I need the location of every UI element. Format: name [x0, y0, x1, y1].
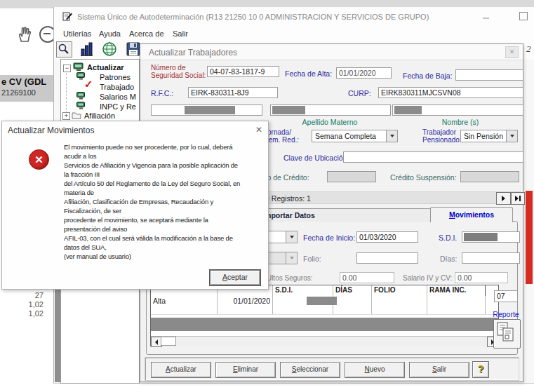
salario-ivcv-field[interactable]: 0.00: [455, 272, 508, 283]
grid-header-rama: RAMA INC.: [427, 285, 486, 296]
jornada-dropdown[interactable]: Semana Completa: [312, 130, 398, 142]
error-dialog: Actualizar Movimientos ✕ ✕ El movimiento…: [1, 121, 269, 290]
credito-suspension-field[interactable]: [460, 171, 519, 182]
nss-field[interactable]: 04-07-83-1817-9: [207, 66, 279, 77]
grid-header-dias: DÍAS: [333, 285, 372, 296]
reporte-button[interactable]: [493, 319, 521, 349]
clave-ubicacion-field[interactable]: [343, 151, 523, 163]
redaction-block: [272, 106, 305, 114]
menu-item-acerca-de[interactable]: Acerca de: [129, 29, 164, 38]
credito-suspension-label: Crédito Suspensión:: [390, 173, 457, 182]
fecha-alta-field[interactable]: 01/01/2020: [336, 67, 392, 79]
jornada-value: Semana Completa: [315, 132, 376, 140]
menu-item-salir[interactable]: Salir: [173, 29, 188, 38]
grid-cell-folio: [372, 296, 427, 306]
dropdown-arrow-icon[interactable]: [506, 130, 517, 142]
screenshot-root: e CV (GDL 21269100 27 1,02 1,02 Sistema …: [0, 0, 534, 392]
error-dialog-title: Actualizar Movimientos: [8, 126, 94, 135]
check-icon: ✓: [84, 78, 93, 90]
clave-ubicacion-label: Clave de Ubicación:: [283, 154, 349, 162]
minimize-button[interactable]: [483, 18, 489, 19]
redaction-block: [185, 106, 235, 114]
menu-item-utilerias[interactable]: Utilerías: [63, 29, 91, 38]
button-panel: Actualizar Eliminar Seleccionar Nuevo Sa…: [145, 357, 519, 381]
zoom-tool-button[interactable]: [56, 41, 72, 58]
tree-item-trabajadores[interactable]: Trabajado: [100, 83, 134, 91]
salario-ultos-field[interactable]: 0.00: [340, 272, 394, 283]
grid-cell-fecha: 01/01/2020: [218, 296, 273, 306]
fecha-baja-label: Fecha de Baja:: [403, 72, 453, 80]
redaction-block: [394, 106, 422, 114]
rfc-label: R.F.C.:: [151, 89, 173, 97]
dropdown-arrow-icon: [286, 252, 297, 264]
tree-item-icon: [76, 92, 86, 101]
aceptar-button[interactable]: Aceptar: [210, 270, 260, 285]
tree-item-salarios[interactable]: Salarios M: [100, 93, 136, 101]
error-message: El movimiento puede no ser procedente, p…: [64, 142, 265, 261]
apellido-materno-field[interactable]: [270, 104, 391, 116]
folio-label: Folio:: [303, 255, 321, 263]
tree-item-patrones[interactable]: Patrones: [100, 73, 131, 81]
last-record-button[interactable]: [511, 192, 525, 205]
fecha-inicio-field[interactable]: 01/03/2020: [356, 231, 418, 243]
seleccionar-button[interactable]: Seleccionar: [280, 362, 340, 378]
fecha-inicio-label: Fecha de Inicio:: [303, 234, 355, 242]
error-close-icon[interactable]: ✕: [255, 125, 262, 135]
nss-label: Número de Seguridad Social:: [151, 64, 210, 79]
eliminar-button[interactable]: Eliminar: [215, 362, 276, 378]
fecha-baja-field[interactable]: [455, 69, 523, 81]
dropdown-arrow-icon[interactable]: [286, 231, 297, 243]
fecha-alta-label: Fecha de Alta:: [285, 69, 332, 78]
tree-connector: [66, 69, 67, 116]
grid-cell-tipo: Alta: [151, 296, 218, 306]
rfc-field[interactable]: EIRK-830311-8J9: [188, 87, 278, 98]
next-record-button[interactable]: [496, 192, 511, 205]
maximize-button[interactable]: [519, 12, 528, 20]
pan-hand-icon[interactable]: [14, 24, 35, 46]
dialog-close-icon[interactable]: ✕: [505, 46, 519, 58]
nombres-field[interactable]: [392, 104, 523, 116]
numero-credito-field[interactable]: [327, 171, 376, 182]
scroll-thumb[interactable]: [161, 337, 176, 346]
underlying-number-text: 21269100: [1, 88, 36, 97]
curp-field[interactable]: EIRK830311MJCSVN08: [378, 87, 523, 98]
rama-inc-field[interactable]: 07: [494, 290, 518, 302]
sdi-field[interactable]: [462, 231, 520, 243]
pensionado-dropdown[interactable]: Sin Pensión: [460, 130, 518, 142]
redaction-block: [464, 233, 498, 241]
grid-cell-dias: [333, 296, 372, 306]
salario-ivcv-label: Salario IV y CV:: [403, 274, 452, 282]
pensionado-value: Sin Pensión: [464, 132, 503, 140]
grid-header-folio: FOLIO: [372, 285, 427, 296]
folio-field[interactable]: [356, 252, 418, 264]
dropdown-arrow-icon[interactable]: [386, 130, 397, 142]
grid-header-sdi: S.D.I.: [273, 285, 333, 296]
apellido-paterno-field[interactable]: [151, 104, 262, 116]
dialog-title: Actualizar Trabajadores: [149, 48, 237, 58]
actualizar-button[interactable]: Actualizar: [151, 362, 211, 378]
tab-movimientos[interactable]: Movimientos: [430, 207, 513, 222]
collapse-expander[interactable]: −: [63, 65, 71, 72]
menu-bar: [54, 27, 534, 40]
globe-tool-icon[interactable]: [101, 41, 118, 59]
help-button[interactable]: ?: [472, 361, 489, 378]
underlying-title-text: e CV (GDL: [1, 76, 46, 87]
tree-item-actualizar[interactable]: Actualizar: [87, 63, 124, 72]
grid-hscrollbar[interactable]: [151, 336, 498, 346]
tree-item-afiliacion[interactable]: Afiliación: [84, 111, 115, 120]
error-icon: ✕: [29, 149, 49, 170]
app-icon: [62, 11, 73, 23]
salir-button[interactable]: Salir: [409, 362, 469, 378]
dias-field[interactable]: [462, 252, 520, 264]
grid-selected-band: [151, 318, 498, 331]
window-title: Sistema Único de Autodeterminación (R13 …: [77, 13, 429, 21]
report-icon: [494, 320, 517, 345]
underlying-cell-value: 27: [1, 291, 44, 300]
expand-expander[interactable]: +: [62, 112, 70, 120]
tree-item-inpc[interactable]: INPC y Re: [100, 102, 136, 111]
dialog-title-bar: Actualizar Trabajadores ✕: [140, 44, 523, 60]
redaction-block: [307, 297, 337, 305]
nuevo-button[interactable]: Nuevo: [345, 362, 405, 378]
menu-item-ayuda[interactable]: Ayuda: [99, 29, 121, 38]
chart-tool-icon[interactable]: [78, 41, 95, 59]
